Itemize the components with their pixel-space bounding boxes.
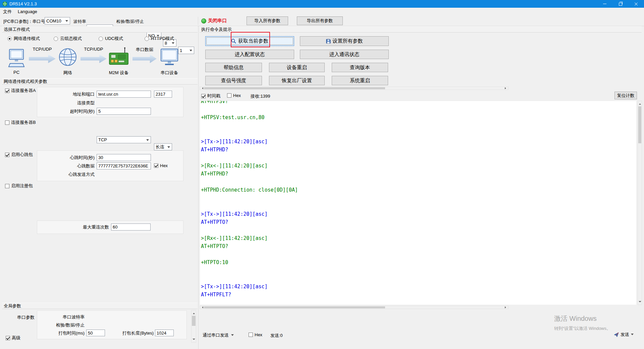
reconnect-input[interactable] — [111, 223, 151, 231]
query-version-button[interactable]: 查询版本 — [332, 63, 388, 72]
minimize-icon — [603, 4, 606, 4]
reset-counter-button[interactable]: 复位计数 — [614, 92, 637, 99]
hb-time-input[interactable] — [97, 154, 151, 161]
radio-icon — [99, 37, 103, 41]
menu-bar: 文件 Language — [0, 8, 644, 15]
com-port-value: COM10 — [46, 18, 61, 23]
log-line-text: +HTPSV:test.usr.cn,80 — [201, 114, 265, 120]
log-line-text: >[Tx->][11:42:20][asc] — [201, 284, 268, 290]
checkbox-checked-icon — [6, 336, 10, 340]
close-port-button[interactable]: 关闭串口 — [201, 18, 227, 24]
server-a-port-input[interactable] — [154, 91, 172, 98]
heartbeat-checkbox[interactable]: 启用心跳包 — [5, 152, 33, 158]
import-params-button[interactable]: 导入所有参数 — [247, 16, 288, 25]
log-line-text: AT+HTPFLT? — [201, 292, 231, 298]
radio-udc-mode[interactable]: UDC模式 — [99, 36, 123, 42]
checkbox-label: 连接服务器A — [11, 88, 36, 94]
annotation-highlight-box — [231, 32, 270, 47]
query-signal-button[interactable]: 查信号强度 — [205, 76, 262, 85]
log-hex-checkbox[interactable]: Hex — [227, 93, 241, 98]
enter-comm-button[interactable]: 进入通讯状态 — [300, 50, 389, 59]
register-packet-checkbox[interactable]: 启用注册包 — [5, 183, 33, 189]
radio-net-transparent-mode[interactable]: 网络透传模式 — [7, 36, 40, 42]
close-button[interactable] — [628, 0, 644, 8]
log-hscrollbar-bottom[interactable] — [200, 306, 508, 309]
device-reboot-button[interactable]: 设备重启 — [269, 63, 325, 72]
packtime-input[interactable] — [86, 330, 105, 336]
arrow1-label: TCP/UDP — [29, 47, 56, 52]
scroll-down-icon — [193, 339, 195, 341]
minimize-button[interactable] — [597, 0, 612, 8]
log-vscrollbar[interactable] — [638, 101, 642, 305]
radio-httpd-mode[interactable]: HTTPD模式 — [145, 36, 174, 42]
send-button[interactable]: 发送 — [614, 332, 634, 338]
send-hex-checkbox[interactable]: Hex — [249, 332, 262, 337]
keepalive-select[interactable]: 长连 — [154, 143, 172, 150]
restore-button[interactable] — [612, 0, 628, 8]
hb-hex-checkbox[interactable]: Hex — [154, 163, 168, 168]
set-params-button[interactable]: 设置所有参数 — [300, 36, 389, 46]
server-b-checkbox[interactable]: 连接服务器B — [5, 119, 36, 126]
checkbox-label: 启用心跳包 — [11, 152, 33, 158]
scrollbar-thumb[interactable] — [192, 316, 196, 326]
hb-data-input[interactable] — [97, 162, 151, 169]
checkbox-label: 高级 — [12, 335, 20, 341]
system-reboot-button[interactable]: 系统重启 — [332, 76, 388, 85]
log-output[interactable]: AT+HTPSV? +HTPSV:test.usr.cn,80 >[Tx->][… — [200, 101, 637, 305]
log-line — [201, 194, 636, 202]
log-line-text: >[Rx<-][11:42:20][asc] — [201, 163, 268, 169]
serial-device-icon — [160, 48, 178, 67]
scrollbar-thumb[interactable] — [204, 306, 385, 308]
log-line: AT+HTPTO? — [201, 242, 636, 250]
checkbox-label: Hex — [255, 332, 262, 337]
checkbox-label: 连接服务器B — [11, 119, 36, 126]
pc-serial-label: [PC串口参数]：串口号 — [3, 19, 45, 24]
checkbox-icon — [5, 120, 9, 125]
checkbox-icon — [5, 184, 9, 188]
server-a-address-input[interactable] — [97, 91, 151, 98]
global-baud-label: 串口波特率 — [44, 314, 85, 320]
export-params-button[interactable]: 导出所有参数 — [297, 16, 343, 25]
log-line-text: +HTPTO:10 — [201, 259, 228, 265]
keepalive-value: 长连 — [156, 144, 164, 150]
log-line-text: AT+HTPTO? — [201, 219, 228, 225]
hb-time-label: 心跳时间(秒) — [50, 155, 95, 161]
log-hscrollbar-top[interactable] — [200, 87, 508, 90]
radio-cloud-mode[interactable]: 云组态模式 — [54, 36, 82, 42]
command-header-label: 执行命令及提示 — [201, 27, 232, 33]
sent-counter: 发送:0 — [270, 333, 283, 339]
log-line: AT+HTPFLT? — [201, 291, 636, 299]
log-line — [201, 266, 636, 275]
log-line-text: +HTPHD:Connection: close[0D][0A] — [201, 187, 298, 193]
timeout-input[interactable] — [97, 108, 151, 115]
menu-file[interactable]: 文件 — [0, 8, 15, 15]
scrollbar-thumb[interactable] — [638, 106, 641, 143]
packlen-input[interactable] — [155, 330, 174, 336]
log-line: +HTPTO:10 — [201, 258, 636, 266]
work-mode-header: 选择工作模式 — [2, 26, 198, 33]
stopbits-select[interactable]: 1 — [178, 47, 194, 54]
toolbar-separator — [198, 17, 198, 25]
dropdown-icon — [631, 334, 634, 337]
arrow2-label: TCP/UDP — [80, 47, 107, 52]
conn-type-select[interactable]: TCP — [97, 136, 151, 143]
com-port-select[interactable]: COM10 — [45, 17, 70, 24]
help-info-button[interactable]: 帮助信息 — [205, 63, 262, 72]
log-line — [201, 105, 636, 113]
advanced-checkbox[interactable]: 高级 — [6, 335, 20, 341]
log-line: AT+HTPHD? — [201, 170, 636, 178]
log-line — [201, 121, 636, 130]
log-line-text: AT+HTPHD? — [201, 171, 228, 177]
checkbox-label: Hex — [160, 163, 168, 168]
server-a-checkbox[interactable]: 连接服务器A — [5, 88, 36, 94]
radio-label: HTTPD模式 — [151, 36, 174, 42]
factory-reset-button[interactable]: 恢复出厂设置 — [269, 76, 325, 85]
checkbox-label: 启用注册包 — [11, 183, 33, 189]
scrollbar-thumb[interactable] — [204, 87, 385, 89]
enter-config-button[interactable]: 进入配置状态 — [205, 50, 294, 59]
timestamp-checkbox[interactable]: 时间戳 — [201, 93, 220, 99]
menu-language[interactable]: Language — [15, 8, 40, 15]
left-panel-vscrollbar[interactable] — [191, 310, 196, 343]
checkbox-icon — [249, 333, 253, 337]
send-via-serial-dropdown[interactable]: 通过串口发送 — [203, 332, 234, 338]
